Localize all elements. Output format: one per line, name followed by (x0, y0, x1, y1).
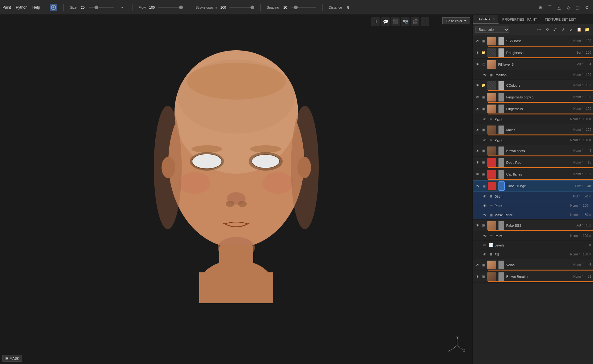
layer-curv-paint[interactable]: 👁 ✏ Paint Norm ˅ 100 ✕ (473, 201, 593, 210)
menu-python[interactable]: Python (16, 5, 27, 10)
close-fake-paint[interactable]: ✕ (589, 234, 591, 238)
visibility-icon-fake-paint[interactable]: 👁 (482, 233, 488, 239)
viewport[interactable]: ⏸ 💬 ⬛ 📷 🎬 ⋮ Base color ▾ Y Z X (0, 15, 473, 364)
arrow-down-left-icon[interactable]: ↙ (568, 26, 574, 33)
pause-icon[interactable]: ⏸ (371, 17, 380, 26)
layer-fingernails-copy1[interactable]: 👁 ▣ Fingernails copy 1 Norm ˅ 100 (473, 91, 593, 103)
layer-deep-red[interactable]: 👁 ▣ Deep Red Norm ˅ 15 (473, 157, 593, 168)
close-dirt4[interactable]: ✕ (589, 195, 591, 198)
visibility-icon-dirt4[interactable]: 👁 (482, 194, 488, 199)
layer-mask-editor[interactable]: 👁 ▣ Mask Editor Norm ˅ 80 ✕ (473, 210, 593, 220)
copy-icon[interactable]: 📋 (576, 26, 582, 33)
tab-texture-set[interactable]: TEXTURE SET LIST (541, 15, 580, 24)
visibility-icon-moles-paint[interactable]: 👁 (482, 138, 488, 143)
flow-slider[interactable] (158, 7, 183, 8)
cube-icon[interactable]: ⬛ (391, 17, 400, 26)
layers-bottom-spacer (473, 283, 593, 295)
menu-help[interactable]: Help (32, 5, 40, 10)
visibility-icon-capillaries[interactable]: 👁 (475, 172, 480, 177)
tab-layers-close[interactable]: ✕ (492, 17, 495, 21)
symmetry-icon[interactable]: ⊕ (537, 4, 544, 11)
close-levels[interactable]: ✕ (589, 243, 591, 247)
visibility-icon-levels[interactable]: 👁 (482, 242, 488, 248)
visibility-icon-position[interactable]: 👁 (482, 72, 488, 78)
opacity-dirt4: 20 (581, 195, 588, 198)
base-color-button[interactable]: Base color ▾ (442, 17, 470, 24)
layer-sss-base[interactable]: 👁 ▣ SSS Base Norm ˅ 100 (473, 35, 593, 47)
visibility-icon-deep-red[interactable]: 👁 (475, 160, 480, 165)
visibility-icon-fingernails-paint[interactable]: 👁 (482, 117, 488, 122)
lazy-mouse-icon[interactable]: ◇ (565, 4, 572, 11)
brush-tool-icon[interactable] (50, 4, 57, 11)
stencil-icon[interactable]: ⬚ (574, 4, 581, 11)
rotate-icon[interactable]: ⟲ (544, 26, 550, 33)
layer-fingernails-paint[interactable]: 👁 ✏ Paint Norm ˅ 100 ✕ (473, 115, 593, 124)
close-curv-paint[interactable]: ✕ (589, 204, 591, 207)
viewport-dropdown[interactable]: Base color ▾ (442, 17, 470, 24)
visibility-icon-veins[interactable]: 👁 (475, 262, 480, 268)
menu-paint[interactable]: Paint (2, 5, 11, 10)
visibility-icon-colours[interactable]: 👁 (475, 83, 480, 88)
visibility-icon-moles[interactable]: 👁 (475, 127, 480, 133)
stroke-icon[interactable]: ⌒ (546, 4, 553, 11)
tab-layers[interactable]: LAYERS ✕ (473, 15, 499, 24)
layer-fake-sss[interactable]: 👁 ▣ Fake SSS Slgt ˅ 100 (473, 220, 593, 231)
close-fill-sub[interactable]: ✕ (589, 253, 591, 256)
flow-thumb[interactable] (179, 6, 183, 9)
menu-icon[interactable]: ⋮ (421, 17, 429, 26)
pencil-icon[interactable]: ✏ (536, 26, 542, 33)
spacing-thumb[interactable] (294, 6, 298, 9)
mask-button[interactable]: ▣ MASK (2, 355, 22, 362)
camera-icon[interactable]: 📷 (401, 17, 410, 26)
layer-fingernails[interactable]: 👁 ▣ Fingernails Norm ˅ 100 (473, 103, 593, 115)
visibility-icon-fake-sss[interactable]: 👁 (475, 223, 480, 228)
layer-dirt4[interactable]: 👁 ⬟ Dirt 4 Mul ˅ 20 ✕ (473, 192, 593, 201)
layer-brown-spots[interactable]: 👁 ▣ Brown spots Norm ˅ 49 (473, 145, 593, 157)
visibility-icon-curv-paint[interactable]: 👁 (482, 203, 488, 209)
close-fingernails-paint[interactable]: ✕ (589, 118, 591, 121)
layer-levels[interactable]: 👁 📊 Levels ✕ (473, 241, 593, 250)
layers-list[interactable]: 👁 ▣ SSS Base Norm ˅ 100 👁 📁 Roughness Sc… (473, 35, 593, 364)
layer-fill-sub[interactable]: 👁 ⬟ Fill Norm ˅ 100 ✕ (473, 250, 593, 259)
visibility-icon-fill3[interactable]: 👁 (475, 62, 480, 67)
layer-curv-grunge[interactable]: 👁 ▣ Curv Grunge Crvt ˅ 48 (473, 180, 593, 192)
blend-mode-dropdown[interactable]: Base color Normal Multiply (475, 27, 509, 33)
layer-capillaries[interactable]: 👁 ▣ Capillaries Norm ˅ 100 (473, 168, 593, 180)
layer-moles[interactable]: 👁 ▣ Moles Norm ˅ 100 (473, 124, 593, 136)
layer-brown-breakup[interactable]: 👁 ▣ Brown Breakup Norm ˅ 32 (473, 271, 593, 283)
close-mask-editor[interactable]: ✕ (589, 213, 591, 217)
stroke-opacity-thumb[interactable] (250, 6, 254, 9)
layer-colours[interactable]: 👁 📁 CColours Norm ˅ 100 (473, 80, 593, 91)
layer-position[interactable]: 👁 ▣ Position Norm ˅ 100 (473, 70, 593, 80)
visibility-icon-brown-breakup[interactable]: 👁 (475, 274, 480, 279)
layer-fake-paint[interactable]: 👁 ✏ Paint Norm ˅ 100 ✕ (473, 231, 593, 241)
brush-hardness-icon[interactable]: ● (119, 4, 126, 11)
layer-roughness[interactable]: 👁 📁 Roughness Scr ˅ 100 (473, 47, 593, 59)
visibility-icon-fingernails[interactable]: 👁 (475, 106, 480, 112)
render-icon[interactable]: 🎬 (411, 17, 419, 26)
stroke-opacity-slider[interactable] (229, 7, 254, 8)
visibility-icon-brown-spots[interactable]: 👁 (475, 148, 480, 154)
opacity-curv-paint: 100 (581, 204, 588, 207)
spacing-slider[interactable] (292, 7, 316, 8)
visibility-icon-roughness[interactable]: 👁 (475, 50, 480, 56)
paint-bucket-icon[interactable]: 🖌 (552, 26, 558, 33)
layer-fill3[interactable]: 👁 ◎ Fill layer 3 Val ˅ 4 (473, 59, 593, 70)
close-moles-paint[interactable]: ✕ (589, 139, 591, 142)
visibility-icon-fill-sub[interactable]: 👁 (482, 252, 488, 257)
visibility-icon-mask-editor[interactable]: 👁 (482, 212, 488, 218)
visibility-icon-curv-grunge[interactable]: 👁 (475, 183, 481, 189)
arrow-up-right-icon[interactable]: ↗ (560, 26, 566, 33)
folder-icon[interactable]: 📁 (584, 26, 591, 33)
visibility-icon-fingernails-copy1[interactable]: 👁 (475, 94, 480, 100)
layer-moles-paint[interactable]: 👁 ✏ Paint Norm ˅ 100 ✕ (473, 136, 593, 145)
tab-properties[interactable]: PROPERTIES - PAINT (499, 15, 541, 24)
blend-colours: Norm (574, 84, 581, 87)
size-slider[interactable] (89, 7, 114, 8)
visibility-icon-sss-base[interactable]: 👁 (475, 38, 480, 44)
comment-icon[interactable]: 💬 (381, 17, 390, 26)
layer-veins[interactable]: 👁 ▣ Veins Norm ˅ 45 (473, 259, 593, 271)
settings-icon[interactable]: ⚙ (583, 4, 591, 11)
size-thumb[interactable] (95, 6, 98, 9)
stroke-type-icon[interactable]: △ (555, 4, 563, 11)
